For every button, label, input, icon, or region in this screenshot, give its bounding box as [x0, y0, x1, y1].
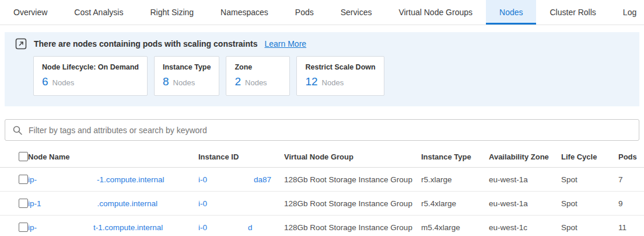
tab-cost-analysis[interactable]: Cost Analysis	[61, 0, 136, 25]
tab-services[interactable]: Services	[327, 0, 386, 25]
tab-namespaces[interactable]: Namespaces	[207, 0, 282, 25]
cell-instance-type: r5.4xlarge	[421, 199, 489, 208]
table-row: ip--1.compute.internal i-0da87 128Gb Roo…	[0, 168, 644, 192]
constraint-card-zone[interactable]: Zone2Nodes	[226, 56, 290, 96]
redacted-segment	[37, 223, 93, 231]
redacted-segment	[207, 175, 254, 183]
cell-pods: 7	[618, 175, 644, 184]
cell-availability-zone: eu-west-1c	[489, 223, 561, 232]
tab-nodes[interactable]: Nodes	[486, 0, 536, 25]
redacted-segment	[207, 223, 248, 231]
instance-id-link[interactable]: i-0da87	[198, 175, 271, 184]
constraint-card-restrict-scale-down[interactable]: Restrict Scale Down12Nodes	[296, 56, 384, 96]
instance-id-link[interactable]: i-0	[198, 199, 207, 208]
node-name-link[interactable]: ip-t-1.compute.internal	[28, 223, 163, 232]
cell-virtual-node-group: 128Gb Root Storage Instance Group	[284, 223, 421, 232]
node-name-link[interactable]: ip-1.compute.internal	[28, 199, 158, 208]
card-count: 8	[163, 75, 169, 88]
banner-message: There are nodes containing pods with sca…	[34, 39, 258, 48]
cell-instance-type: r5.xlarge	[421, 175, 489, 184]
card-count: 2	[235, 75, 241, 88]
card-count: 6	[42, 75, 48, 88]
constraint-cards-row: Node Lifecycle: On Demand6NodesInstance …	[33, 56, 628, 96]
tab-bar: OverviewCost AnalysisRight SizingNamespa…	[0, 0, 644, 25]
card-unit: Nodes	[245, 78, 267, 87]
card-unit: Nodes	[52, 78, 75, 87]
constraint-card-node-lifecycle-on-demand[interactable]: Node Lifecycle: On Demand6Nodes	[33, 56, 148, 96]
cell-pods: 11	[618, 223, 644, 232]
constraint-card-instance-type[interactable]: Instance Type8Nodes	[154, 56, 219, 96]
tab-overview[interactable]: Overview	[0, 0, 61, 25]
cell-virtual-node-group: 128Gb Root Storage Instance Group	[284, 175, 421, 184]
row-checkbox[interactable]	[19, 223, 28, 232]
column-header-node-name[interactable]: Node Name	[28, 152, 198, 161]
cell-life-cycle: Spot	[561, 175, 618, 184]
cell-availability-zone: eu-west-1a	[489, 199, 561, 208]
nodes-table: Node Name Instance ID Virtual Node Group…	[0, 146, 644, 236]
search-icon	[12, 125, 23, 136]
tab-virtual-node-groups[interactable]: Virtual Node Groups	[385, 0, 486, 25]
row-checkbox[interactable]	[19, 175, 28, 184]
card-unit: Nodes	[173, 78, 195, 87]
scale-constraint-icon	[15, 38, 27, 50]
column-header-virtual-node-group[interactable]: Virtual Node Group	[284, 152, 421, 161]
instance-id-link[interactable]: i-0d	[198, 223, 253, 232]
banner-alert-row: There are nodes containing pods with sca…	[15, 38, 628, 50]
node-name-link[interactable]: ip--1.compute.internal	[28, 175, 164, 184]
column-header-availability-zone[interactable]: Availability Zone	[489, 152, 561, 161]
column-header-instance-id[interactable]: Instance ID	[198, 152, 284, 161]
cell-virtual-node-group: 128Gb Root Storage Instance Group	[284, 199, 421, 208]
redacted-segment	[41, 199, 97, 207]
row-checkbox[interactable]	[19, 199, 28, 208]
table-header: Node Name Instance ID Virtual Node Group…	[0, 146, 644, 168]
tab-log[interactable]: Log	[610, 0, 644, 25]
table-row: ip-1.compute.internal i-0 128Gb Root Sto…	[0, 192, 644, 216]
tab-pods[interactable]: Pods	[282, 0, 327, 25]
cell-life-cycle: Spot	[561, 223, 618, 232]
cell-availability-zone: eu-west-1a	[489, 175, 561, 184]
card-title: Restrict Scale Down	[305, 63, 375, 71]
cell-life-cycle: Spot	[561, 199, 618, 208]
card-unit: Nodes	[322, 78, 344, 87]
redacted-segment	[37, 175, 97, 183]
search-input[interactable]	[29, 126, 632, 135]
card-title: Node Lifecycle: On Demand	[42, 63, 139, 71]
tab-right-sizing[interactable]: Right Sizing	[136, 0, 207, 25]
column-header-life-cycle[interactable]: Life Cycle	[561, 152, 618, 161]
tab-cluster-rolls[interactable]: Cluster Rolls	[536, 0, 609, 25]
table-row: ip-t-1.compute.internal i-0d 128Gb Root …	[0, 216, 644, 236]
card-title: Instance Type	[163, 63, 211, 71]
select-all-checkbox[interactable]	[19, 152, 28, 161]
column-header-pods[interactable]: Pods	[618, 152, 644, 161]
table-body: ip--1.compute.internal i-0da87 128Gb Roo…	[0, 168, 644, 236]
filter-search-bar[interactable]	[5, 119, 639, 141]
cell-pods: 9	[618, 199, 644, 208]
card-count: 12	[305, 75, 317, 88]
scaling-constraints-banner: There are nodes containing pods with sca…	[5, 32, 639, 106]
cell-instance-type: m5.4xlarge	[421, 223, 489, 232]
card-title: Zone	[235, 63, 281, 71]
column-header-instance-type[interactable]: Instance Type	[421, 152, 489, 161]
learn-more-link[interactable]: Learn More	[265, 39, 307, 48]
